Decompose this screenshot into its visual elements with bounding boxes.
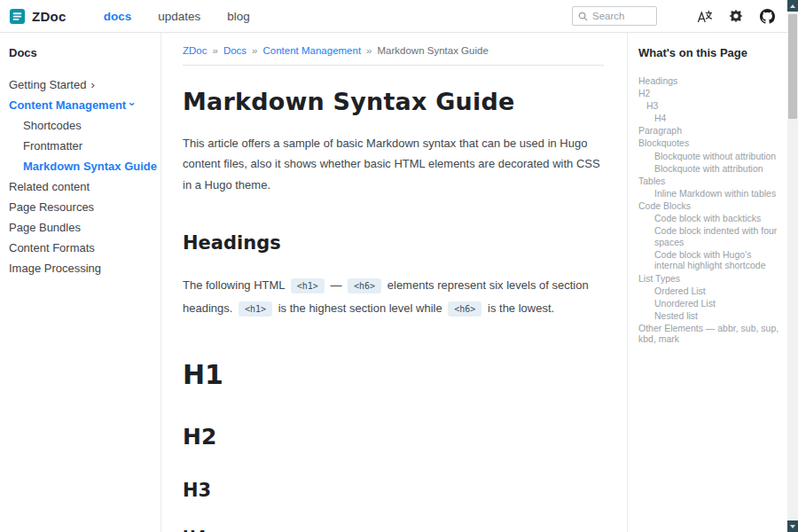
sample-heading-h3: H3 xyxy=(183,480,604,501)
toc-item-headings[interactable]: Headings xyxy=(638,75,780,87)
toc-item-other-elements[interactable]: Other Elements — abbr, sub, sup, kbd, ma… xyxy=(638,323,780,345)
headings-paragraph: The following HTML <h1> — <h6> elements … xyxy=(183,274,604,320)
docs-sidebar: Docs Getting Started › Content Managemen… xyxy=(0,33,161,532)
section-heading-headings: Headings xyxy=(183,232,604,254)
toc-item-code-block-with-backticks[interactable]: Code block with backticks xyxy=(638,213,780,224)
nav-link-blog[interactable]: blog xyxy=(227,10,250,23)
sidebar-item-page-resources[interactable]: Page Resources xyxy=(9,197,153,217)
sidebar-item-label: Related content xyxy=(9,180,90,193)
toc-item-list-types[interactable]: List Types xyxy=(638,273,780,285)
scrollbar-track[interactable] xyxy=(787,12,798,520)
translate-icon[interactable] xyxy=(697,10,712,23)
sidebar-item-content-management[interactable]: Content Management › xyxy=(9,95,153,115)
chevron-right-icon: › xyxy=(90,79,94,90)
breadcrumb-divider xyxy=(183,65,604,66)
gear-icon[interactable] xyxy=(729,9,743,23)
breadcrumb-link-zdoc[interactable]: ZDoc xyxy=(183,45,207,56)
sidebar-item-label: Content Formats xyxy=(9,241,95,254)
text-run: is the highest section level while xyxy=(275,301,445,315)
nav-link-docs[interactable]: docs xyxy=(104,10,132,23)
text-run: is the lowest. xyxy=(484,301,554,315)
sample-heading-h1: H1 xyxy=(183,359,604,390)
sidebar-item-label: Frontmatter xyxy=(23,139,82,153)
brand[interactable]: ZDoc xyxy=(9,8,66,25)
toc-item-ordered-list[interactable]: Ordered List xyxy=(638,286,780,297)
top-navbar: ZDoc docs updates blog xyxy=(0,0,787,33)
sidebar-item-content-formats[interactable]: Content Formats xyxy=(9,238,153,258)
breadcrumb-link-content-management[interactable]: Content Management xyxy=(263,45,362,56)
arrow-down-icon xyxy=(790,525,795,528)
search-box[interactable] xyxy=(572,6,657,26)
toc-item-h4[interactable]: H4 xyxy=(638,113,780,124)
breadcrumb-current: Markdown Syntax Guide xyxy=(378,45,489,56)
toc-item-blockquote-with-attribution[interactable]: Blockquote with attribution xyxy=(638,163,780,175)
sidebar-item-getting-started[interactable]: Getting Started › xyxy=(9,74,153,95)
sidebar-item-label: Getting Started xyxy=(9,78,86,91)
toc-item-blockquotes[interactable]: Blockquotes xyxy=(638,137,780,149)
toc-item-blockquote-without-attribution[interactable]: Blockquote without attribution xyxy=(638,151,780,162)
toc-item-h3[interactable]: H3 xyxy=(638,100,780,112)
content-row: Docs Getting Started › Content Managemen… xyxy=(0,33,787,532)
scroll-down-button[interactable] xyxy=(787,520,798,532)
chevron-down-icon: › xyxy=(127,102,138,106)
sidebar-item-shortcodes[interactable]: Shortcodes xyxy=(9,115,153,136)
inline-code-h1: <h1> xyxy=(239,301,272,317)
inline-code-h6: <h6> xyxy=(448,301,481,317)
toc-item-inline-markdown-within-tables[interactable]: Inline Markdown within tables xyxy=(638,188,780,200)
sidebar-item-image-processing[interactable]: Image Processing xyxy=(9,258,153,278)
github-icon[interactable] xyxy=(760,9,775,24)
scroll-up-button[interactable] xyxy=(787,0,798,12)
sidebar-item-label: Page Bundles xyxy=(9,221,81,234)
breadcrumb: ZDoc » Docs » Content Management » Markd… xyxy=(183,45,604,56)
toc-item-paragraph[interactable]: Paragraph xyxy=(638,125,780,137)
toc-item-code-block-indented[interactable]: Code block indented with four spaces xyxy=(638,225,780,247)
sidebar-item-label: Page Resources xyxy=(9,200,94,214)
text-run: The following HTML xyxy=(183,278,288,292)
intro-paragraph: This article offers a sample of basic Ma… xyxy=(183,133,604,195)
sidebar-title: Docs xyxy=(9,46,153,59)
breadcrumb-separator: » xyxy=(252,45,257,56)
topbar-right xyxy=(572,6,775,26)
page-scrollbar[interactable] xyxy=(787,0,798,532)
sidebar-item-related-content[interactable]: Related content xyxy=(9,176,153,197)
top-nav-links: docs updates blog xyxy=(104,10,250,23)
toc-item-unordered-list[interactable]: Unordered List xyxy=(638,298,780,309)
search-icon xyxy=(578,12,588,21)
page-title: Markdown Syntax Guide xyxy=(183,88,604,115)
sample-heading-h4: H4 xyxy=(183,528,604,532)
toc-item-code-block-highlight-shortcode[interactable]: Code block with Hugo's internal highligh… xyxy=(638,249,780,271)
main-content: ZDoc » Docs » Content Management » Markd… xyxy=(161,33,627,532)
brand-logo-icon xyxy=(9,8,26,25)
sidebar-item-markdown-syntax-guide[interactable]: Markdown Syntax Guide xyxy=(9,156,153,176)
arrow-up-icon xyxy=(790,4,795,8)
sidebar-item-label: Image Processing xyxy=(9,262,101,275)
sidebar-item-label: Markdown Syntax Guide xyxy=(23,160,157,173)
toc-item-code-blocks[interactable]: Code Blocks xyxy=(638,200,780,212)
breadcrumb-link-docs[interactable]: Docs xyxy=(223,45,246,56)
sidebar-item-label: Content Management xyxy=(9,98,126,112)
toc-item-nested-list[interactable]: Nested list xyxy=(638,310,780,322)
page: ZDoc docs updates blog xyxy=(0,0,787,532)
breadcrumb-separator: » xyxy=(366,45,372,56)
sample-heading-h2: H2 xyxy=(183,424,604,450)
text-run: — xyxy=(327,278,345,292)
sidebar-item-frontmatter[interactable]: Frontmatter xyxy=(9,136,153,156)
search-input[interactable] xyxy=(592,11,651,21)
inline-code-h1: <h1> xyxy=(291,278,325,293)
inline-code-h6: <h6> xyxy=(348,278,381,293)
sidebar-item-label: Shortcodes xyxy=(23,119,82,132)
toc-item-h2[interactable]: H2 xyxy=(638,88,780,99)
brand-name: ZDoc xyxy=(32,9,66,24)
sidebar-item-page-bundles[interactable]: Page Bundles xyxy=(9,217,153,238)
toc-item-tables[interactable]: Tables xyxy=(638,176,780,187)
toc-title: What's on this Page xyxy=(638,46,780,59)
scrollbar-thumb[interactable] xyxy=(788,14,797,119)
nav-link-updates[interactable]: updates xyxy=(158,10,200,23)
breadcrumb-separator: » xyxy=(212,45,217,56)
page-toc: What's on this Page Headings H2 H3 H4 Pa… xyxy=(627,33,787,532)
